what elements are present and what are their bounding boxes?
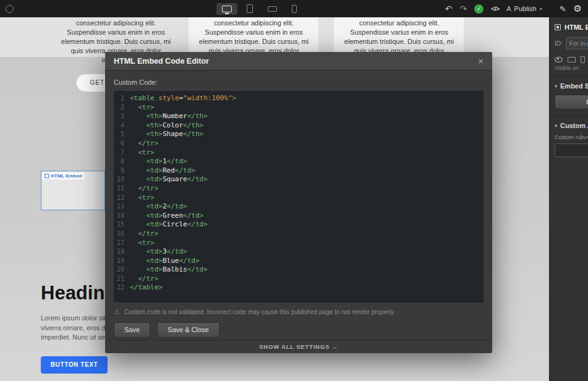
chevron-down-icon: ▾	[555, 123, 557, 129]
editor-screen: ↶ ↷ ✓ </> A Publish ▾ ✎ ⚙ consectetur ad…	[0, 0, 588, 381]
warning-icon: ⚠	[114, 308, 120, 316]
embed-settings-label: Embed Settings	[560, 82, 588, 90]
publish-icon: A	[506, 5, 511, 12]
element-id-row: ID:	[550, 35, 588, 52]
code-editor[interactable]: 1<table style="width:100%">2 <tr>3 <th>N…	[114, 91, 484, 302]
modal-header: HTML Embed Code Editor ×	[105, 52, 492, 71]
theme-brush-icon[interactable]: ✎	[560, 4, 566, 14]
device-phone-button[interactable]	[286, 2, 302, 15]
custom-attributes-input[interactable]	[555, 143, 588, 157]
saved-check-icon: ✓	[474, 4, 484, 14]
show-all-settings-link[interactable]: SHOW ALL SETTINGS →	[105, 340, 492, 353]
element-id-input[interactable]	[566, 37, 588, 49]
html-embed-tag: HTML Embed	[43, 173, 84, 179]
embed-icon	[45, 174, 49, 178]
code-lines: 1<table style="width:100%">2 <tr>3 <th>N…	[114, 94, 484, 293]
publish-button[interactable]: A Publish ▾	[506, 5, 542, 12]
embed-settings-section-header[interactable]: ▾ Embed Settings	[550, 77, 588, 93]
device-landscape-button[interactable]	[262, 4, 283, 14]
code-view-button[interactable]: </>	[491, 5, 499, 12]
device-tablet-button[interactable]	[241, 2, 258, 15]
html-embed-icon	[555, 24, 561, 30]
sidebar-element-title: HTML Embed	[565, 24, 588, 31]
visible-desktop-icon[interactable]	[568, 57, 576, 62]
visible-on-label: Visible on:	[550, 64, 588, 77]
device-preview-group	[216, 0, 302, 17]
custom-code-label: Custom Code:	[114, 79, 484, 86]
visible-phone-icon[interactable]	[581, 56, 585, 63]
validation-warning: ⚠ Custom code is not validated. Incorrec…	[114, 308, 484, 316]
publish-label: Publish	[514, 5, 537, 12]
tablet-icon	[247, 4, 253, 13]
app-icon[interactable]	[6, 5, 14, 13]
sidebar-element-title-row: HTML Embed	[550, 17, 588, 35]
custom-attributes-label: Custom Attributes	[560, 122, 588, 129]
save-and-close-button[interactable]: Save & Close	[157, 322, 219, 338]
undo-button[interactable]: ↶	[445, 4, 453, 13]
eye-icon[interactable]	[555, 57, 563, 62]
chevron-down-icon: ▾	[540, 6, 542, 12]
embed-label: HTML Embed	[51, 173, 82, 179]
phone-landscape-icon	[268, 6, 277, 12]
chevron-down-icon: ▾	[555, 83, 557, 89]
html-embed-element[interactable]: HTML Embed	[41, 171, 105, 210]
id-label: ID:	[555, 40, 563, 47]
element-settings-sidebar: HTML Embed ID: Visible on: ▾ Embed Setti…	[549, 17, 588, 381]
close-icon[interactable]: ×	[478, 56, 484, 66]
modal-title: HTML Embed Code Editor	[114, 57, 209, 66]
gear-icon[interactable]: ⚙	[574, 3, 582, 14]
toolbar-right-group: ↶ ↷ ✓ </> A Publish ▾ ✎ ⚙	[445, 3, 588, 14]
custom-div-attributes-label: Custom <div> attributes	[550, 133, 588, 143]
redo-button[interactable]: ↷	[460, 4, 467, 13]
visibility-row	[550, 52, 588, 64]
save-button[interactable]: Save	[114, 322, 150, 338]
page-button-text[interactable]: BUTTON TEXT	[41, 356, 108, 374]
open-code-editor-button[interactable]: Open Code Editor	[555, 95, 588, 109]
modal-buttons-row: Save Save & Close	[114, 322, 484, 338]
warning-text: Custom code is not validated. Incorrect …	[124, 309, 395, 315]
html-embed-code-editor-modal: HTML Embed Code Editor × Custom Code: 1<…	[105, 52, 492, 353]
device-desktop-button[interactable]	[216, 3, 237, 15]
custom-attributes-section-header[interactable]: ▾ Custom Attributes	[550, 116, 588, 133]
phone-portrait-icon	[292, 5, 297, 13]
desktop-icon	[222, 6, 232, 12]
top-toolbar: ↶ ↷ ✓ </> A Publish ▾ ✎ ⚙	[0, 0, 588, 17]
